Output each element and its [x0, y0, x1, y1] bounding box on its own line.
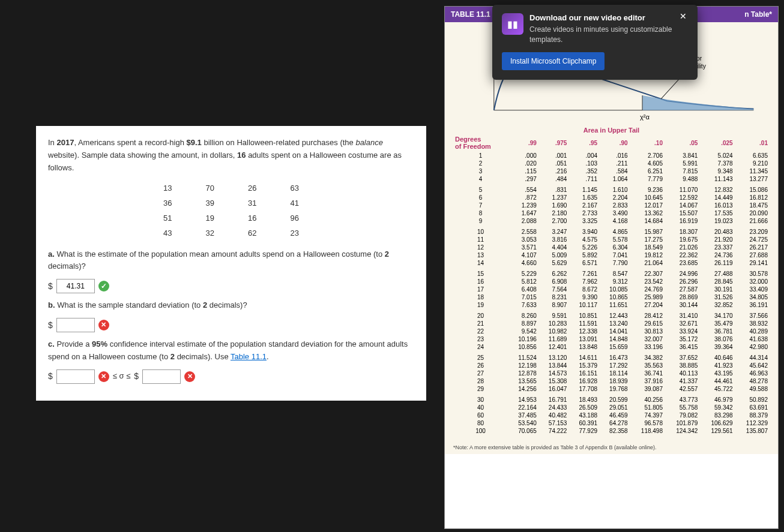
value-cell: 4.107 — [508, 251, 538, 259]
df-cell: 5 — [453, 183, 508, 194]
value-cell: 35.563 — [630, 362, 665, 369]
dollar-sign: $ — [48, 279, 53, 293]
question-b: b. What is the sample standard deviation… — [48, 299, 414, 312]
value-cell: 11.689 — [538, 335, 569, 343]
answer-b-input[interactable] — [56, 318, 95, 332]
value-cell: .584 — [599, 167, 630, 175]
value-cell: 40.482 — [538, 411, 569, 419]
sample-data-table: 13702663363931415119169643326223 — [146, 181, 316, 241]
dollar-sign: $ — [48, 318, 53, 332]
value-cell: 2.558 — [508, 225, 538, 236]
value-cell: 82.358 — [599, 427, 630, 435]
value-cell: 8.672 — [568, 285, 599, 293]
answer-a-row: $ ✓ — [48, 279, 414, 293]
install-button[interactable]: Install Microsoft Clipchamp — [502, 52, 605, 70]
value-cell: 7.633 — [508, 301, 538, 309]
value-cell: 10.856 — [508, 343, 538, 351]
df-cell: 25 — [453, 351, 508, 362]
value-cell: 37.916 — [630, 377, 665, 385]
df-cell: 2 — [453, 160, 508, 167]
data-cell: 16 — [231, 211, 273, 226]
table-panel: TABLE 11.1 n Table* χ²α Area or probabil… — [444, 6, 779, 529]
value-cell: 24.433 — [538, 404, 569, 411]
value-cell: 16.928 — [568, 377, 599, 385]
value-cell: 14.611 — [568, 351, 599, 362]
table-title: n Table* — [744, 10, 772, 19]
close-button[interactable]: ✕ — [676, 11, 690, 22]
col-header: .90 — [599, 135, 630, 152]
chi-square-table: Area in Upper Tail Degreesof Freedom.99.… — [445, 127, 778, 441]
value-cell: 79.082 — [665, 411, 699, 419]
wrong-icon: ✕ — [98, 371, 109, 382]
value-cell: 27.688 — [735, 251, 770, 259]
value-cell: 53.540 — [508, 419, 538, 427]
value-cell: 32.671 — [665, 320, 699, 327]
value-cell: 27.488 — [699, 267, 734, 278]
value-cell: 50.892 — [735, 393, 770, 404]
answer-b-row: $ ✕ — [48, 318, 414, 332]
value-cell: 5.009 — [538, 251, 569, 259]
value-cell: 28.845 — [699, 278, 734, 285]
value-cell: 74.222 — [538, 427, 569, 435]
df-cell: 30 — [453, 393, 508, 404]
df-cell: 100 — [453, 427, 508, 435]
df-cell: 20 — [453, 309, 508, 320]
value-cell: 6.571 — [568, 259, 599, 267]
value-cell: 101.879 — [665, 419, 699, 427]
data-cell: 43 — [146, 226, 188, 241]
value-cell: 3.247 — [538, 225, 569, 236]
value-cell: 16.473 — [599, 351, 630, 362]
intro-text: In 2017, Americans spent a record-high $… — [48, 137, 414, 174]
value-cell: 129.561 — [699, 427, 734, 435]
value-cell: 31.526 — [699, 293, 734, 301]
df-cell: 13 — [453, 251, 508, 259]
value-cell: 18.939 — [599, 377, 630, 385]
data-cell: 26 — [231, 181, 273, 196]
value-cell: 43.188 — [568, 411, 599, 419]
value-cell: 16.047 — [538, 385, 569, 393]
answer-c-lower-input[interactable] — [56, 369, 95, 384]
value-cell: 15.308 — [538, 377, 569, 385]
value-cell: 32.007 — [630, 335, 665, 343]
data-cell: 31 — [231, 196, 273, 211]
table-link[interactable]: Table 11.1 — [231, 352, 267, 361]
value-cell: 7.790 — [599, 259, 630, 267]
t: website). Sample data showing the amount… — [48, 151, 237, 160]
value-cell: 20.090 — [735, 209, 770, 217]
df-cell: 14 — [453, 259, 508, 267]
value-cell: 49.588 — [735, 385, 770, 393]
value-cell: .000 — [508, 152, 538, 160]
df-cell: 19 — [453, 301, 508, 309]
df-cell: 10 — [453, 225, 508, 236]
value-cell: 11.070 — [665, 183, 699, 194]
value-cell: 5.229 — [508, 267, 538, 278]
value-cell: 63.691 — [735, 404, 770, 411]
value-cell: 1.635 — [568, 194, 599, 202]
value-cell: 3.325 — [568, 217, 599, 225]
value-cell: 44.461 — [699, 377, 734, 385]
value-cell: 29.141 — [735, 259, 770, 267]
t: , Americans spent a record-high — [74, 138, 186, 147]
clipchamp-icon: ▮▮ — [502, 13, 523, 35]
value-cell: 9.542 — [508, 327, 538, 335]
value-cell: 13.565 — [508, 377, 538, 385]
answer-c-upper-input[interactable] — [142, 369, 181, 384]
wrong-icon: ✕ — [184, 371, 195, 382]
value-cell: 23.542 — [630, 278, 665, 285]
df-cell: 60 — [453, 411, 508, 419]
value-cell: 16.013 — [699, 202, 734, 209]
df-cell: 9 — [453, 217, 508, 225]
value-cell: 7.041 — [599, 251, 630, 259]
value-cell: 14.041 — [599, 327, 630, 335]
value-cell: 15.507 — [665, 209, 699, 217]
value-cell: 13.091 — [568, 335, 599, 343]
value-cell: 32.000 — [735, 278, 770, 285]
value-cell: 5.991 — [665, 160, 699, 167]
value-cell: 46.459 — [599, 411, 630, 419]
table-number: TABLE 11.1 — [451, 10, 490, 19]
answer-a-input[interactable] — [56, 279, 95, 293]
value-cell: 2.733 — [568, 209, 599, 217]
value-cell: 8.547 — [599, 267, 630, 278]
conf: 95% — [92, 339, 107, 348]
dollar-sign: $ — [48, 369, 53, 383]
